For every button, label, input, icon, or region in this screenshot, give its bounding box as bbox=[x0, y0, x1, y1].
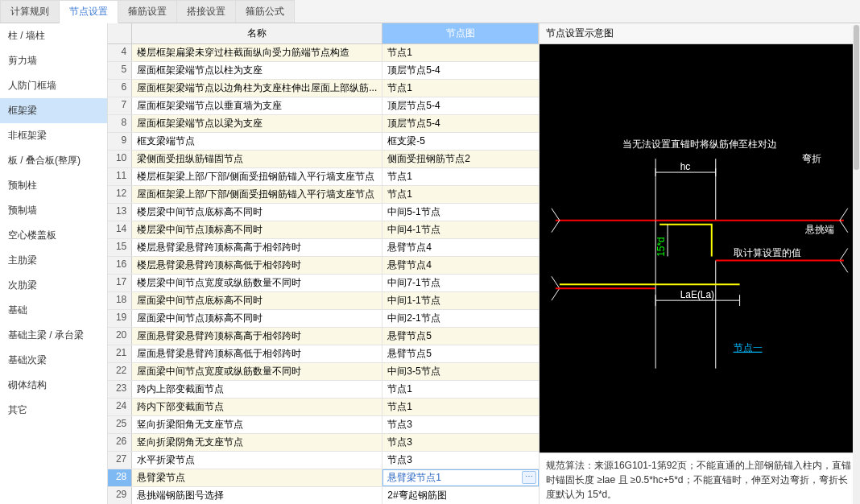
table-row[interactable]: 14楼层梁中间节点顶标高不同时中间4-1节点 bbox=[108, 221, 539, 239]
sidebar-item-2[interactable]: 人防门框墙 bbox=[0, 73, 107, 98]
sidebar-item-4[interactable]: 非框架梁 bbox=[0, 123, 107, 148]
sidebar-item-5[interactable]: 板 / 叠合板(整厚) bbox=[0, 148, 107, 173]
table-row[interactable]: 11楼层框架梁上部/下部/侧面受扭钢筋锚入平行墙支座节点节点1 bbox=[108, 168, 539, 186]
cell-name: 屋面框架梁端节点以梁为支座 bbox=[132, 115, 382, 132]
cell-node[interactable]: 顶层节点5-4 bbox=[382, 62, 539, 79]
diag-hang: 悬挑端 bbox=[804, 224, 834, 235]
table-row[interactable]: 6屋面框架梁端节点以边角柱为支座柱伸出屋面上部纵筋...节点1 bbox=[108, 80, 539, 97]
cell-name: 跨内上部变截面节点 bbox=[132, 381, 382, 398]
cell-node[interactable]: 悬臂梁节点1⋯ bbox=[382, 469, 539, 486]
table-row[interactable]: 16楼层悬臂梁悬臂跨顶标高低于相邻跨时悬臂节点4 bbox=[108, 257, 539, 275]
cell-no: 5 bbox=[108, 62, 132, 79]
cell-node[interactable]: 顶层节点5-4 bbox=[382, 115, 539, 132]
cell-name: 楼层悬臂梁悬臂跨顶标高高于相邻跨时 bbox=[132, 239, 382, 256]
table-row[interactable]: 29悬挑端钢筋图号选择2#弯起钢筋图 bbox=[108, 487, 539, 504]
tab-lap-settings[interactable]: 搭接设置 bbox=[177, 0, 236, 23]
diag-text-2: 弯折 bbox=[802, 153, 821, 164]
cell-name: 楼层悬臂梁悬臂跨顶标高低于相邻跨时 bbox=[132, 257, 382, 274]
cell-node[interactable]: 节点1 bbox=[382, 381, 539, 398]
table-row[interactable]: 8屋面框架梁端节点以梁为支座顶层节点5-4 bbox=[108, 115, 539, 133]
cell-node[interactable]: 节点1 bbox=[382, 186, 539, 203]
sidebar-item-1[interactable]: 剪力墙 bbox=[0, 48, 107, 73]
cell-node[interactable]: 悬臂节点4 bbox=[382, 239, 539, 256]
cell-name: 悬挑端钢筋图号选择 bbox=[132, 487, 382, 504]
cell-name: 悬臂梁节点 bbox=[132, 469, 382, 486]
table-row[interactable]: 22屋面梁中间节点宽度或纵筋数量不同时中间3-5节点 bbox=[108, 363, 539, 381]
sidebar-item-13[interactable]: 基础次梁 bbox=[0, 348, 107, 373]
tab-stirrup-formula[interactable]: 箍筋公式 bbox=[236, 0, 295, 23]
cell-node[interactable]: 中间3-5节点 bbox=[382, 363, 539, 380]
sidebar-item-15[interactable]: 其它 bbox=[0, 398, 107, 423]
scroll-thumb[interactable] bbox=[854, 25, 859, 170]
ellipsis-button[interactable]: ⋯ bbox=[522, 471, 536, 484]
cell-node[interactable]: 悬臂节点5 bbox=[382, 328, 539, 345]
table-row[interactable]: 23跨内上部变截面节点节点1 bbox=[108, 381, 539, 399]
table-row[interactable]: 12屋面框架梁上部/下部/侧面受扭钢筋锚入平行墙支座节点节点1 bbox=[108, 186, 539, 204]
diagram-title: 节点设置示意图 bbox=[540, 23, 860, 44]
sidebar-item-0[interactable]: 柱 / 墙柱 bbox=[0, 23, 107, 48]
col-node[interactable]: 节点图 bbox=[382, 23, 539, 43]
table-row[interactable]: 5屋面框架梁端节点以柱为支座顶层节点5-4 bbox=[108, 62, 539, 80]
cell-node[interactable]: 中间7-1节点 bbox=[382, 275, 539, 291]
cell-node[interactable]: 中间4-1节点 bbox=[382, 221, 539, 238]
cell-no: 26 bbox=[108, 434, 132, 451]
table-row[interactable]: 13楼层梁中间节点底标高不同时中间5-1节点 bbox=[108, 204, 539, 221]
cell-name: 屋面框架梁上部/下部/侧面受扭钢筋锚入平行墙支座节点 bbox=[132, 186, 382, 203]
sidebar-item-7[interactable]: 预制墙 bbox=[0, 198, 107, 223]
tab-calc-rules[interactable]: 计算规则 bbox=[0, 0, 60, 23]
cell-node[interactable]: 2#弯起钢筋图 bbox=[382, 487, 539, 504]
cell-no: 11 bbox=[108, 168, 132, 185]
cell-node[interactable]: 悬臂节点5 bbox=[382, 345, 539, 362]
cell-name: 楼层梁中间节点底标高不同时 bbox=[132, 204, 382, 221]
cell-node[interactable]: 侧面受扭钢筋节点2 bbox=[382, 151, 539, 167]
sidebar-item-3[interactable]: 框架梁 bbox=[0, 98, 107, 123]
table-row[interactable]: 19屋面梁中间节点顶标高不同时中间2-1节点 bbox=[108, 310, 539, 328]
cell-node[interactable]: 节点1 bbox=[382, 44, 539, 61]
table-row[interactable]: 27水平折梁节点节点3 bbox=[108, 452, 539, 469]
table-row[interactable]: 28悬臂梁节点悬臂梁节点1⋯ bbox=[108, 469, 539, 487]
cell-node[interactable]: 节点3 bbox=[382, 452, 539, 469]
table-row[interactable]: 17楼层梁中间节点宽度或纵筋数量不同时中间7-1节点 bbox=[108, 275, 539, 292]
diag-text-1: 当无法设置直锚时将纵筋伸至柱对边 bbox=[622, 138, 777, 150]
cell-node[interactable]: 节点3 bbox=[382, 416, 539, 433]
table-row[interactable]: 4楼层框架扁梁未穿过柱截面纵向受力筋端节点构造节点1 bbox=[108, 44, 539, 62]
table-row[interactable]: 9框支梁端节点框支梁-5 bbox=[108, 133, 539, 151]
table-row[interactable]: 10梁侧面受扭纵筋锚固节点侧面受扭钢筋节点2 bbox=[108, 151, 539, 168]
sidebar-item-11[interactable]: 基础 bbox=[0, 298, 107, 323]
table-row[interactable]: 18屋面梁中间节点底标高不同时中间1-1节点 bbox=[108, 292, 539, 310]
sidebar-item-14[interactable]: 砌体结构 bbox=[0, 373, 107, 398]
sidebar-item-9[interactable]: 主肋梁 bbox=[0, 248, 107, 273]
diag-calc: 取计算设置的值 bbox=[734, 247, 802, 258]
table-row[interactable]: 25竖向折梁阳角无支座节点节点3 bbox=[108, 416, 539, 434]
cell-node[interactable]: 框支梁-5 bbox=[382, 133, 539, 150]
table-row[interactable]: 7屋面框架梁端节点以垂直墙为支座顶层节点5-4 bbox=[108, 97, 539, 115]
sidebar-item-10[interactable]: 次肋梁 bbox=[0, 273, 107, 298]
cell-no: 13 bbox=[108, 204, 132, 221]
tab-stirrup-settings[interactable]: 箍筋设置 bbox=[118, 0, 177, 23]
cell-node[interactable]: 顶层节点5-4 bbox=[382, 97, 539, 114]
sidebar-item-12[interactable]: 基础主梁 / 承台梁 bbox=[0, 323, 107, 348]
col-no bbox=[108, 23, 132, 43]
cell-node[interactable]: 中间2-1节点 bbox=[382, 310, 539, 327]
table-row[interactable]: 21屋面悬臂梁悬臂跨顶标高低于相邻跨时悬臂节点5 bbox=[108, 345, 539, 363]
cell-node[interactable]: 节点3 bbox=[382, 434, 539, 451]
right-scrollbar[interactable] bbox=[853, 25, 860, 504]
tab-node-settings[interactable]: 节点设置 bbox=[60, 0, 118, 23]
cell-name: 楼层框架梁上部/下部/侧面受扭钢筋锚入平行墙支座节点 bbox=[132, 168, 382, 185]
cell-node[interactable]: 节点1 bbox=[382, 80, 539, 97]
cell-name: 框支梁端节点 bbox=[132, 133, 382, 150]
cell-node[interactable]: 节点1 bbox=[382, 399, 539, 415]
table-row[interactable]: 15楼层悬臂梁悬臂跨顶标高高于相邻跨时悬臂节点4 bbox=[108, 239, 539, 257]
cell-name: 梁侧面受扭纵筋锚固节点 bbox=[132, 151, 382, 167]
table-row[interactable]: 26竖向折梁阴角无支座节点节点3 bbox=[108, 434, 539, 452]
sidebar-item-6[interactable]: 预制柱 bbox=[0, 173, 107, 198]
cell-node[interactable]: 中间1-1节点 bbox=[382, 292, 539, 309]
cell-node[interactable]: 悬臂节点4 bbox=[382, 257, 539, 274]
cell-node[interactable]: 中间5-1节点 bbox=[382, 204, 539, 221]
table-row[interactable]: 20屋面悬臂梁悬臂跨顶标高高于相邻跨时悬臂节点5 bbox=[108, 328, 539, 345]
cell-name: 屋面梁中间节点宽度或纵筋数量不同时 bbox=[132, 363, 382, 380]
cell-node[interactable]: 节点1 bbox=[382, 168, 539, 185]
table-row[interactable]: 24跨内下部变截面节点节点1 bbox=[108, 399, 539, 416]
cell-no: 4 bbox=[108, 44, 132, 61]
sidebar-item-8[interactable]: 空心楼盖板 bbox=[0, 223, 107, 248]
